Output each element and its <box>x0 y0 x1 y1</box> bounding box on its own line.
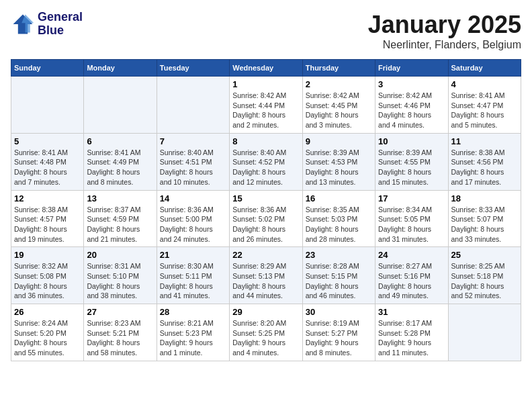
calendar-cell: 4Sunrise: 8:41 AM Sunset: 4:47 PM Daylig… <box>448 77 521 134</box>
day-info: Sunrise: 8:30 AM Sunset: 5:11 PM Dayligh… <box>160 261 226 301</box>
day-number: 19 <box>14 250 81 260</box>
calendar-week-row: 12Sunrise: 8:38 AM Sunset: 4:57 PM Dayli… <box>11 190 521 247</box>
day-info: Sunrise: 8:41 AM Sunset: 4:47 PM Dayligh… <box>451 91 518 130</box>
day-number: 6 <box>87 136 153 146</box>
day-number: 21 <box>160 250 226 260</box>
calendar-cell: 12Sunrise: 8:38 AM Sunset: 4:57 PM Dayli… <box>11 190 84 247</box>
calendar-cell: 18Sunrise: 8:33 AM Sunset: 5:07 PM Dayli… <box>448 190 521 247</box>
calendar-cell: 24Sunrise: 8:27 AM Sunset: 5:16 PM Dayli… <box>375 247 448 304</box>
day-number: 14 <box>160 193 226 203</box>
day-info: Sunrise: 8:35 AM Sunset: 5:03 PM Dayligh… <box>306 205 372 244</box>
day-info: Sunrise: 8:40 AM Sunset: 4:51 PM Dayligh… <box>160 148 226 187</box>
day-info: Sunrise: 8:28 AM Sunset: 5:15 PM Dayligh… <box>306 261 372 301</box>
calendar-title: January 2025 <box>368 11 521 39</box>
calendar-cell: 16Sunrise: 8:35 AM Sunset: 5:03 PM Dayli… <box>302 190 375 247</box>
weekday-header: Saturday <box>448 60 521 77</box>
calendar-cell: 2Sunrise: 8:42 AM Sunset: 4:45 PM Daylig… <box>302 77 375 134</box>
day-info: Sunrise: 8:36 AM Sunset: 5:00 PM Dayligh… <box>160 205 226 244</box>
day-number: 12 <box>14 193 81 203</box>
day-number: 10 <box>378 136 445 146</box>
day-info: Sunrise: 8:42 AM Sunset: 4:44 PM Dayligh… <box>232 91 299 130</box>
day-info: Sunrise: 8:39 AM Sunset: 4:53 PM Dayligh… <box>306 148 372 187</box>
day-number: 22 <box>232 250 299 260</box>
day-info: Sunrise: 8:27 AM Sunset: 5:16 PM Dayligh… <box>378 261 445 301</box>
calendar-body: 1Sunrise: 8:42 AM Sunset: 4:44 PM Daylig… <box>11 77 521 361</box>
day-number: 23 <box>306 250 372 260</box>
day-info: Sunrise: 8:19 AM Sunset: 5:27 PM Dayligh… <box>306 318 372 358</box>
title-block: January 2025 Neerlinter, Flanders, Belgi… <box>368 11 521 51</box>
day-number: 18 <box>451 193 518 203</box>
day-number: 2 <box>306 79 372 89</box>
weekday-header: Friday <box>375 60 448 77</box>
day-number: 16 <box>306 193 372 203</box>
calendar-cell: 20Sunrise: 8:31 AM Sunset: 5:10 PM Dayli… <box>84 247 157 304</box>
day-info: Sunrise: 8:21 AM Sunset: 5:23 PM Dayligh… <box>160 318 226 358</box>
day-number: 3 <box>378 79 445 89</box>
calendar-cell: 15Sunrise: 8:36 AM Sunset: 5:02 PM Dayli… <box>230 190 302 247</box>
day-number: 31 <box>378 307 445 317</box>
weekday-header: Thursday <box>302 60 375 77</box>
calendar-subtitle: Neerlinter, Flanders, Belgium <box>368 39 521 51</box>
calendar-cell: 26Sunrise: 8:24 AM Sunset: 5:20 PM Dayli… <box>11 304 84 361</box>
calendar-week-row: 19Sunrise: 8:32 AM Sunset: 5:08 PM Dayli… <box>11 247 521 304</box>
day-info: Sunrise: 8:36 AM Sunset: 5:02 PM Dayligh… <box>232 205 299 244</box>
calendar-cell: 21Sunrise: 8:30 AM Sunset: 5:11 PM Dayli… <box>157 247 229 304</box>
logo-line2: Blue <box>38 24 64 37</box>
calendar-cell: 17Sunrise: 8:34 AM Sunset: 5:05 PM Dayli… <box>375 190 448 247</box>
day-number: 28 <box>160 307 226 317</box>
calendar-cell: 25Sunrise: 8:25 AM Sunset: 5:18 PM Dayli… <box>448 247 521 304</box>
calendar-cell: 28Sunrise: 8:21 AM Sunset: 5:23 PM Dayli… <box>157 304 229 361</box>
day-number: 30 <box>306 307 372 317</box>
weekday-header: Wednesday <box>230 60 302 77</box>
calendar-cell: 9Sunrise: 8:39 AM Sunset: 4:53 PM Daylig… <box>302 133 375 190</box>
calendar-cell: 30Sunrise: 8:19 AM Sunset: 5:27 PM Dayli… <box>302 304 375 361</box>
day-info: Sunrise: 8:39 AM Sunset: 4:55 PM Dayligh… <box>378 148 445 187</box>
calendar-cell <box>448 304 521 361</box>
calendar-cell: 22Sunrise: 8:29 AM Sunset: 5:13 PM Dayli… <box>230 247 302 304</box>
day-info: Sunrise: 8:41 AM Sunset: 4:49 PM Dayligh… <box>87 148 153 187</box>
calendar-cell: 13Sunrise: 8:37 AM Sunset: 4:59 PM Dayli… <box>84 190 157 247</box>
day-info: Sunrise: 8:32 AM Sunset: 5:08 PM Dayligh… <box>14 261 81 301</box>
day-number: 15 <box>232 193 299 203</box>
calendar-week-row: 1Sunrise: 8:42 AM Sunset: 4:44 PM Daylig… <box>11 77 521 134</box>
day-info: Sunrise: 8:40 AM Sunset: 4:52 PM Dayligh… <box>232 148 299 187</box>
day-number: 1 <box>232 79 299 89</box>
day-info: Sunrise: 8:24 AM Sunset: 5:20 PM Dayligh… <box>14 318 81 358</box>
day-number: 13 <box>87 193 153 203</box>
calendar-cell: 19Sunrise: 8:32 AM Sunset: 5:08 PM Dayli… <box>11 247 84 304</box>
logo-text: General Blue <box>38 11 83 38</box>
calendar-cell: 27Sunrise: 8:23 AM Sunset: 5:21 PM Dayli… <box>84 304 157 361</box>
calendar-cell: 5Sunrise: 8:41 AM Sunset: 4:48 PM Daylig… <box>11 133 84 190</box>
calendar-cell <box>84 77 157 134</box>
calendar-cell: 10Sunrise: 8:39 AM Sunset: 4:55 PM Dayli… <box>375 133 448 190</box>
day-number: 9 <box>306 136 372 146</box>
weekday-header: Tuesday <box>157 60 229 77</box>
page-header: General Blue January 2025 Neerlinter, Fl… <box>11 11 521 51</box>
day-number: 5 <box>14 136 81 146</box>
weekday-header: Sunday <box>11 60 84 77</box>
calendar-cell: 23Sunrise: 8:28 AM Sunset: 5:15 PM Dayli… <box>302 247 375 304</box>
day-info: Sunrise: 8:23 AM Sunset: 5:21 PM Dayligh… <box>87 318 153 358</box>
day-number: 29 <box>232 307 299 317</box>
calendar-cell: 8Sunrise: 8:40 AM Sunset: 4:52 PM Daylig… <box>230 133 302 190</box>
calendar-cell <box>11 77 84 134</box>
header-row: SundayMondayTuesdayWednesdayThursdayFrid… <box>11 60 521 77</box>
calendar-cell: 29Sunrise: 8:20 AM Sunset: 5:25 PM Dayli… <box>230 304 302 361</box>
day-info: Sunrise: 8:29 AM Sunset: 5:13 PM Dayligh… <box>232 261 299 301</box>
calendar-cell: 31Sunrise: 8:17 AM Sunset: 5:28 PM Dayli… <box>375 304 448 361</box>
day-info: Sunrise: 8:34 AM Sunset: 5:05 PM Dayligh… <box>378 205 445 244</box>
calendar-cell: 7Sunrise: 8:40 AM Sunset: 4:51 PM Daylig… <box>157 133 229 190</box>
day-number: 25 <box>451 250 518 260</box>
logo-icon <box>11 12 35 36</box>
calendar-cell: 3Sunrise: 8:42 AM Sunset: 4:46 PM Daylig… <box>375 77 448 134</box>
calendar-cell: 1Sunrise: 8:42 AM Sunset: 4:44 PM Daylig… <box>230 77 302 134</box>
day-info: Sunrise: 8:38 AM Sunset: 4:56 PM Dayligh… <box>451 148 518 187</box>
day-number: 4 <box>451 79 518 89</box>
logo-line1: General <box>38 10 83 24</box>
day-number: 17 <box>378 193 445 203</box>
day-number: 24 <box>378 250 445 260</box>
day-number: 11 <box>451 136 518 146</box>
day-info: Sunrise: 8:42 AM Sunset: 4:45 PM Dayligh… <box>306 91 372 130</box>
day-number: 27 <box>87 307 153 317</box>
day-info: Sunrise: 8:17 AM Sunset: 5:28 PM Dayligh… <box>378 318 445 358</box>
